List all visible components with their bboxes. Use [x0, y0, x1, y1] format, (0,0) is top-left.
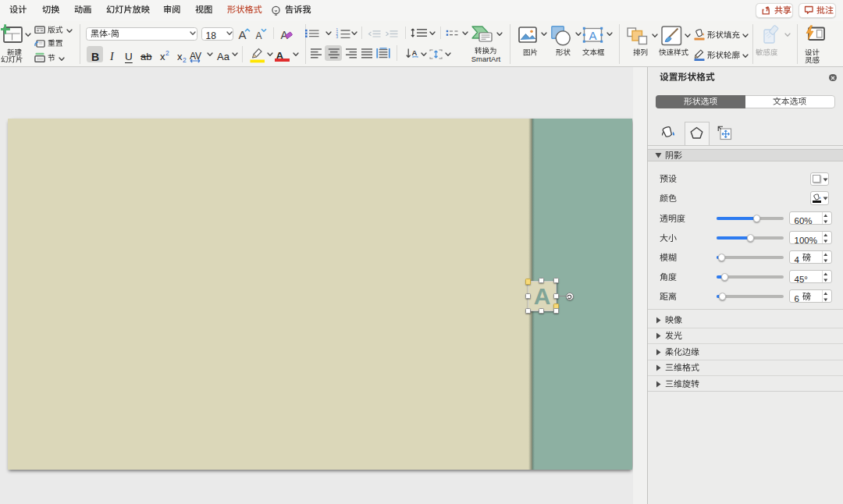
svg-text:A: A [411, 48, 417, 57]
svg-text:3: 3 [336, 35, 338, 38]
svg-text:A: A [589, 29, 597, 42]
